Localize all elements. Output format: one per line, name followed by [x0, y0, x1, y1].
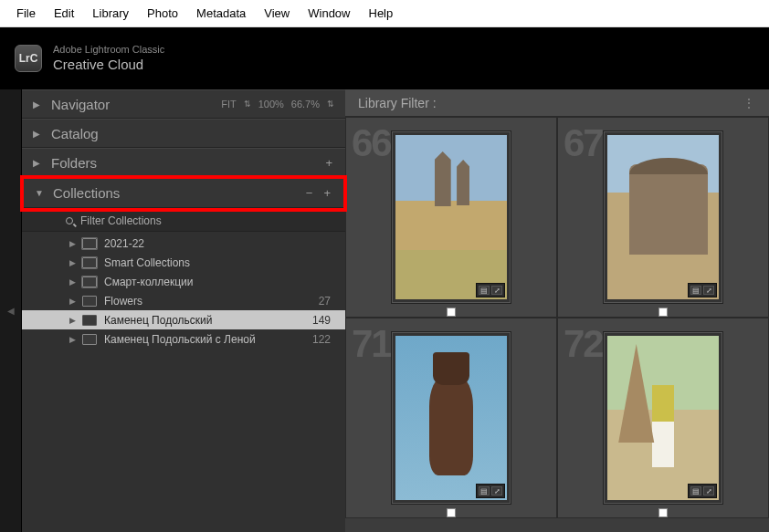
- thumbnail-badges[interactable]: ▤⤢: [476, 484, 505, 498]
- tree-row-count: 149: [312, 314, 334, 327]
- thumbnail-grid: 66▤⤢67▤⤢71▤⤢72▤⤢: [345, 117, 769, 532]
- disclosure-icon: ▶: [33, 129, 42, 139]
- thumbnail-image: ▤⤢: [395, 135, 507, 299]
- tree-row-label: Smart Collections: [104, 256, 331, 269]
- pick-flag[interactable]: [658, 308, 668, 317]
- collections-tree: ▶2021-22▶Smart Collections▶Смарт-коллекц…: [22, 232, 345, 350]
- tree-row-label: Смарт-коллекции: [104, 276, 331, 288]
- navigator-zoom1[interactable]: 100%: [258, 99, 284, 110]
- menubar: File Edit Library Photo Metadata View Wi…: [0, 0, 769, 27]
- tree-row-label: Каменец Подольский с Леной: [104, 333, 312, 346]
- cell-index: 71: [352, 322, 391, 366]
- menu-file[interactable]: File: [7, 3, 45, 24]
- app-branding: LrC Adobe Lightroom Classic Creative Clo…: [0, 27, 769, 89]
- tree-row[interactable]: ▶Каменец Подольский149: [22, 310, 345, 329]
- disclosure-icon: ▶: [33, 158, 42, 168]
- menu-photo[interactable]: Photo: [138, 3, 187, 24]
- menu-window[interactable]: Window: [299, 3, 359, 24]
- menu-library[interactable]: Library: [83, 3, 138, 24]
- left-panel: ▶ Navigator FIT⇅ 100% 66.7%⇅ ▶ Catalog ▶…: [22, 89, 345, 532]
- tree-row[interactable]: ▶Smart Collections: [22, 253, 345, 272]
- app-logo-icon: LrC: [15, 45, 42, 72]
- panel-catalog[interactable]: ▶ Catalog: [22, 119, 345, 148]
- tree-row-label: 2021-22: [104, 237, 331, 250]
- panel-navigator[interactable]: ▶ Navigator FIT⇅ 100% 66.7%⇅: [22, 89, 345, 119]
- cell-index: 72: [564, 322, 603, 366]
- panel-label: Collections: [53, 185, 304, 201]
- collection-icon: [82, 276, 97, 287]
- cell-index: 67: [564, 121, 603, 165]
- thumbnail-cell[interactable]: 67▤⤢: [557, 117, 769, 318]
- disclosure-icon: ▶: [68, 297, 77, 306]
- pick-flag[interactable]: [658, 508, 668, 517]
- menu-help[interactable]: Help: [360, 3, 403, 24]
- tree-row-label: Каменец Подольский: [104, 314, 312, 327]
- disclosure-icon: ▼: [35, 188, 44, 198]
- menu-metadata[interactable]: Metadata: [187, 3, 255, 24]
- thumbnail-frame: ▤⤢: [603, 331, 723, 505]
- tree-row[interactable]: ▶Каменец Подольский с Леной122: [22, 329, 345, 349]
- left-panel-handle[interactable]: ◀: [0, 89, 22, 532]
- content-area: Library Filter : ⋮ 66▤⤢67▤⤢71▤⤢72▤⤢: [345, 89, 769, 532]
- library-filter-label: Library Filter :: [358, 96, 437, 110]
- menu-edit[interactable]: Edit: [45, 3, 83, 24]
- collection-icon: [82, 334, 97, 345]
- panel-label: Folders: [51, 155, 323, 171]
- brand-title: Creative Cloud: [53, 57, 164, 73]
- pick-flag[interactable]: [447, 508, 456, 517]
- collection-icon: [82, 257, 97, 268]
- disclosure-icon: ▶: [68, 277, 77, 287]
- menu-view[interactable]: View: [255, 3, 299, 24]
- disclosure-icon: ▶: [68, 316, 77, 325]
- disclosure-icon: ▶: [68, 258, 77, 267]
- panel-label: Catalog: [51, 126, 334, 141]
- thumbnail-badges[interactable]: ▤⤢: [688, 283, 717, 297]
- navigator-fit[interactable]: FIT: [221, 99, 237, 110]
- thumbnail-frame: ▤⤢: [391, 130, 511, 304]
- thumbnail-image: ▤⤢: [607, 336, 719, 500]
- thumbnail-image: ▤⤢: [607, 135, 719, 299]
- chevron-left-icon: ◀: [7, 306, 15, 316]
- panel-collections[interactable]: ▼ Collections − +: [24, 179, 343, 208]
- tree-row[interactable]: ▶Flowers27: [22, 291, 345, 310]
- thumbnail-cell[interactable]: 66▤⤢: [345, 117, 557, 318]
- tree-row[interactable]: ▶2021-22: [22, 234, 345, 253]
- thumbnail-badges[interactable]: ▤⤢: [476, 283, 505, 297]
- remove-collection-button[interactable]: −: [304, 186, 315, 200]
- brand-subtitle: Adobe Lightroom Classic: [53, 44, 164, 56]
- tree-row-count: 27: [319, 295, 334, 308]
- thumbnail-cell[interactable]: 72▤⤢: [557, 318, 769, 518]
- thumbnail-frame: ▤⤢: [603, 130, 723, 304]
- navigator-zoom2[interactable]: 66.7%: [291, 99, 320, 110]
- filter-collections-row[interactable]: Filter Collections: [22, 210, 345, 232]
- panel-label: Navigator: [51, 97, 221, 112]
- disclosure-icon: ▶: [33, 99, 42, 110]
- thumbnail-cell[interactable]: 71▤⤢: [345, 318, 557, 518]
- cell-index: 66: [352, 121, 391, 165]
- search-icon: [66, 217, 73, 224]
- panel-folders[interactable]: ▶ Folders +: [22, 148, 345, 177]
- collections-highlight: ▼ Collections − +: [20, 175, 347, 212]
- add-collection-button[interactable]: +: [321, 186, 332, 200]
- collection-icon: [82, 296, 97, 307]
- filter-placeholder: Filter Collections: [80, 214, 162, 227]
- collection-icon: [82, 315, 97, 326]
- collection-icon: [82, 238, 97, 249]
- tree-row-label: Flowers: [104, 295, 319, 308]
- tree-row-count: 122: [312, 333, 334, 346]
- thumbnail-badges[interactable]: ▤⤢: [688, 484, 717, 498]
- filter-options-icon[interactable]: ⋮: [743, 96, 756, 110]
- thumbnail-image: ▤⤢: [395, 336, 507, 500]
- updown-icon[interactable]: ⇅: [244, 99, 251, 109]
- library-filter-bar[interactable]: Library Filter : ⋮: [345, 89, 769, 117]
- pick-flag[interactable]: [447, 308, 456, 317]
- disclosure-icon: ▶: [68, 335, 77, 344]
- tree-row[interactable]: ▶Смарт-коллекции: [22, 272, 345, 291]
- disclosure-icon: ▶: [68, 239, 77, 248]
- updown-icon[interactable]: ⇅: [327, 99, 334, 109]
- add-folder-button[interactable]: +: [323, 156, 334, 170]
- thumbnail-frame: ▤⤢: [391, 331, 511, 505]
